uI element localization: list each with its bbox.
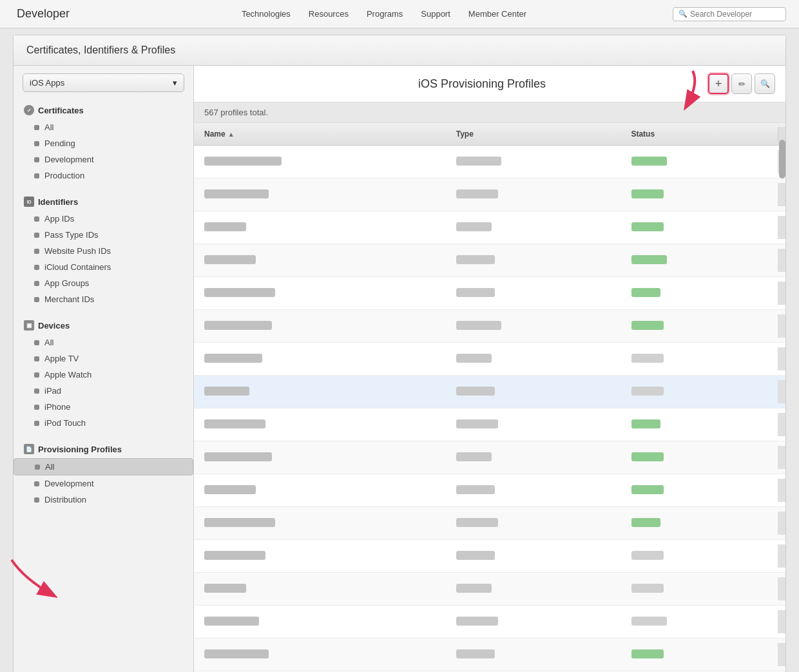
name-value bbox=[204, 551, 265, 560]
scrollbar-space bbox=[778, 610, 785, 633]
search-box[interactable]: 🔍 bbox=[673, 7, 786, 21]
sidebar-item-apple-tv[interactable]: Apple TV bbox=[14, 350, 193, 367]
bullet-icon bbox=[34, 389, 39, 394]
scrollbar-space bbox=[778, 347, 785, 370]
status-badge bbox=[631, 452, 664, 461]
cell-status bbox=[626, 387, 778, 398]
cell-status bbox=[626, 649, 778, 660]
table-row[interactable] bbox=[194, 146, 785, 178]
bullet-icon bbox=[34, 125, 39, 130]
bullet-icon bbox=[34, 249, 39, 254]
table-row[interactable] bbox=[194, 277, 785, 310]
name-value bbox=[204, 288, 275, 297]
scrollbar-thumb[interactable] bbox=[779, 140, 785, 178]
edit-button[interactable]: ✏ bbox=[731, 73, 752, 94]
sidebar-item-app-groups[interactable]: App Groups bbox=[14, 275, 193, 291]
cell-type bbox=[451, 354, 626, 365]
cell-type bbox=[451, 485, 626, 496]
identifiers-icon: ID bbox=[24, 197, 34, 207]
bullet-icon bbox=[34, 356, 39, 361]
bullet-icon bbox=[34, 297, 39, 302]
scrollbar-space bbox=[778, 643, 785, 666]
provisioning-icon: 📄 bbox=[24, 444, 34, 454]
sidebar-item-cert-production[interactable]: Production bbox=[14, 168, 193, 184]
sidebar-item-website-push-ids[interactable]: Website Push IDs bbox=[14, 243, 193, 259]
sidebar-item-cert-all[interactable]: All bbox=[14, 119, 193, 135]
sidebar-item-profiles-development[interactable]: Development bbox=[14, 475, 193, 492]
table-row[interactable] bbox=[194, 310, 785, 343]
search-button[interactable]: 🔍 bbox=[755, 73, 775, 94]
sidebar-item-icloud-containers[interactable]: iCloud Containers bbox=[14, 259, 193, 275]
cell-name bbox=[194, 485, 451, 496]
name-value bbox=[204, 452, 272, 461]
table-row[interactable] bbox=[194, 376, 785, 408]
status-badge bbox=[631, 222, 664, 231]
scrollbar-track[interactable] bbox=[778, 127, 785, 141]
table-row[interactable] bbox=[194, 540, 785, 573]
scrollbar-space bbox=[778, 249, 785, 272]
toolbar-buttons: + ✏ 🔍 bbox=[708, 73, 775, 94]
sidebar-item-cert-pending[interactable]: Pending bbox=[14, 135, 193, 151]
ios-apps-dropdown[interactable]: iOS Apps ▾ bbox=[23, 73, 184, 92]
type-value bbox=[456, 354, 492, 363]
devices-section-title: ▣ Devices bbox=[14, 316, 193, 334]
table-row[interactable] bbox=[194, 343, 785, 376]
name-value bbox=[204, 157, 282, 166]
sidebar-item-profiles-all[interactable]: All bbox=[14, 458, 193, 475]
name-value bbox=[204, 485, 256, 494]
sidebar-item-apple-watch[interactable]: Apple Watch bbox=[14, 367, 193, 383]
sidebar-section-devices: ▣ Devices All Apple TV Apple Watch bbox=[14, 316, 193, 431]
cell-name bbox=[194, 452, 451, 463]
cell-type bbox=[451, 222, 626, 233]
bullet-icon bbox=[34, 372, 39, 378]
table-row[interactable] bbox=[194, 244, 785, 277]
table-row[interactable] bbox=[194, 178, 785, 211]
table-row[interactable] bbox=[194, 211, 785, 244]
status-badge bbox=[631, 255, 667, 264]
devices-label: Devices bbox=[38, 321, 70, 331]
table-row[interactable] bbox=[194, 441, 785, 474]
sidebar-item-ipod-touch[interactable]: iPod Touch bbox=[14, 415, 193, 431]
table-row[interactable] bbox=[194, 638, 785, 671]
table-row[interactable] bbox=[194, 408, 785, 441]
sidebar-item-ipad[interactable]: iPad bbox=[14, 383, 193, 399]
cell-name bbox=[194, 288, 451, 299]
bullet-icon bbox=[34, 497, 39, 503]
column-status-header[interactable]: Status bbox=[626, 127, 778, 141]
nav-programs[interactable]: Programs bbox=[367, 9, 403, 19]
type-value bbox=[456, 617, 498, 626]
sidebar: iOS Apps ▾ ✓ Certificates All Pen bbox=[14, 66, 194, 672]
cell-name bbox=[194, 387, 451, 398]
status-badge bbox=[631, 157, 667, 166]
nav-support[interactable]: Support bbox=[421, 9, 450, 19]
table-row[interactable] bbox=[194, 507, 785, 540]
identifiers-section-title: ID Identifiers bbox=[14, 193, 193, 211]
type-value bbox=[456, 222, 492, 231]
status-badge bbox=[631, 649, 664, 658]
sidebar-item-iphone[interactable]: iPhone bbox=[14, 399, 193, 415]
cell-status bbox=[626, 485, 778, 496]
cell-status bbox=[626, 518, 778, 529]
name-value bbox=[204, 189, 269, 198]
certificates-icon: ✓ bbox=[24, 105, 34, 115]
table-row[interactable] bbox=[194, 474, 785, 507]
sidebar-item-devices-all[interactable]: All bbox=[14, 334, 193, 350]
sidebar-item-app-ids[interactable]: App IDs bbox=[14, 211, 193, 227]
provisioning-section-title: 📄 Provisioning Profiles bbox=[14, 440, 193, 458]
sidebar-item-profiles-distribution[interactable]: Distribution bbox=[14, 492, 193, 508]
search-input[interactable] bbox=[690, 10, 780, 19]
cell-name bbox=[194, 157, 451, 168]
scrollbar-space bbox=[778, 512, 785, 535]
table-row[interactable] bbox=[194, 573, 785, 606]
nav-technologies[interactable]: Technologies bbox=[242, 9, 291, 19]
nav-member-center[interactable]: Member Center bbox=[468, 9, 526, 19]
add-profile-button[interactable]: + bbox=[708, 73, 729, 94]
sidebar-item-pass-type-ids[interactable]: Pass Type IDs bbox=[14, 227, 193, 243]
sidebar-item-merchant-ids[interactable]: Merchant IDs bbox=[14, 291, 193, 307]
column-name-header[interactable]: Name ▲ bbox=[194, 127, 451, 141]
nav-resources[interactable]: Resources bbox=[309, 9, 349, 19]
sidebar-item-cert-development[interactable]: Development bbox=[14, 151, 193, 168]
table-row[interactable] bbox=[194, 606, 785, 638]
column-type-header[interactable]: Type bbox=[451, 127, 626, 141]
site-title: Developer bbox=[17, 7, 70, 21]
